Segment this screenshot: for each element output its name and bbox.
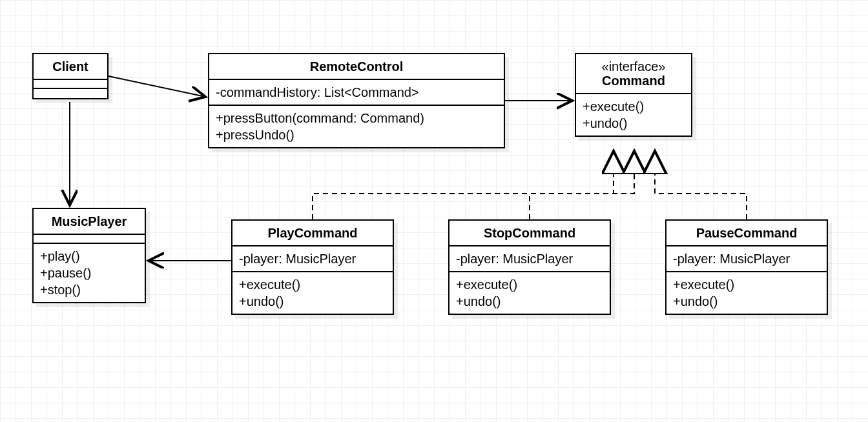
attribute: -player: MusicPlayer — [456, 250, 603, 267]
method: +stop() — [40, 281, 138, 298]
method: +execute() — [456, 276, 603, 293]
class-title: MusicPlayer — [34, 209, 145, 235]
class-play-command[interactable]: PlayCommand -player: MusicPlayer +execut… — [231, 219, 394, 315]
class-title: PlayCommand — [232, 221, 393, 246]
interface-name: Command — [583, 72, 685, 89]
attributes-compartment: -player: MusicPlayer — [232, 246, 393, 272]
class-music-player[interactable]: MusicPlayer +play() +pause() +stop() — [32, 208, 146, 303]
attributes-compartment: -player: MusicPlayer — [666, 246, 827, 272]
realize-stopcommand-command — [530, 151, 634, 219]
class-title: «interface» Command — [576, 54, 691, 94]
methods-compartment: +execute() +undo() — [232, 272, 393, 314]
attributes-compartment: -player: MusicPlayer — [450, 246, 610, 272]
class-remote-control[interactable]: RemoteControl -commandHistory: List<Comm… — [208, 53, 505, 148]
uml-canvas: Client RemoteControl -commandHistory: Li… — [0, 0, 868, 422]
class-title: PauseCommand — [666, 221, 827, 246]
methods-compartment: +pressButton(command: Command) +pressUnd… — [209, 106, 504, 147]
method: +execute() — [239, 276, 386, 293]
class-title: Client — [34, 54, 107, 80]
attribute: -player: MusicPlayer — [673, 250, 820, 267]
attributes-compartment: -commandHistory: List<Command> — [209, 80, 504, 106]
method: +undo() — [456, 293, 603, 310]
assoc-client-remotecontrol — [108, 76, 205, 97]
method: +pressButton(command: Command) — [216, 110, 497, 126]
method: +undo() — [583, 115, 685, 132]
attributes-compartment — [34, 235, 145, 244]
class-stop-command[interactable]: StopCommand -player: MusicPlayer +execut… — [448, 219, 611, 315]
realize-pausecommand-command — [655, 151, 747, 219]
method: +undo() — [673, 293, 820, 310]
class-title: StopCommand — [450, 221, 610, 246]
interface-command[interactable]: «interface» Command +execute() +undo() — [575, 53, 692, 137]
class-title: RemoteControl — [209, 54, 504, 80]
attribute: -commandHistory: List<Command> — [216, 84, 497, 101]
method: +execute() — [673, 276, 820, 293]
method: +pressUndo() — [216, 126, 497, 143]
realize-playcommand-command — [313, 151, 614, 219]
method: +play() — [40, 248, 138, 265]
methods-compartment — [34, 89, 107, 98]
method: +pause() — [40, 265, 138, 281]
class-pause-command[interactable]: PauseCommand -player: MusicPlayer +execu… — [665, 219, 828, 315]
class-client[interactable]: Client — [32, 53, 108, 99]
methods-compartment: +execute() +undo() — [576, 94, 691, 136]
methods-compartment: +execute() +undo() — [666, 272, 827, 314]
method: +execute() — [583, 98, 685, 115]
methods-compartment: +play() +pause() +stop() — [34, 244, 145, 302]
attributes-compartment — [34, 80, 107, 89]
methods-compartment: +execute() +undo() — [450, 272, 610, 314]
method: +undo() — [239, 293, 386, 310]
attribute: -player: MusicPlayer — [239, 250, 386, 267]
